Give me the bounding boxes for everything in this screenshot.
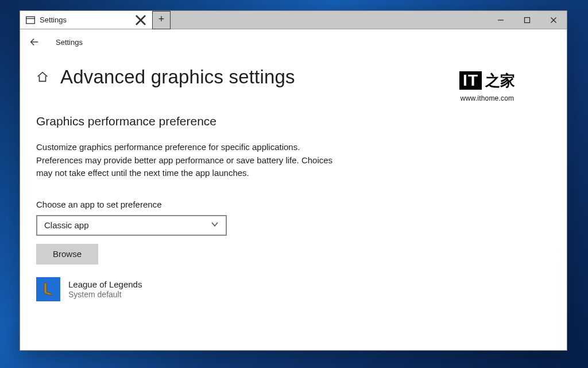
choose-app-label: Choose an app to set preference (36, 200, 551, 209)
section-heading: Graphics performance preference (36, 114, 551, 128)
chevron-down-icon (211, 220, 219, 230)
new-tab-button[interactable]: + (152, 11, 171, 29)
breadcrumb[interactable]: Settings (56, 38, 83, 47)
section-description: Customize graphics performance preferenc… (36, 141, 346, 180)
settings-window: Settings + Settings (20, 10, 567, 351)
browse-button[interactable]: Browse (36, 244, 98, 264)
svg-rect-5 (525, 18, 530, 23)
titlebar-tab[interactable]: Settings (20, 11, 152, 29)
app-item-text: League of Legends System default (68, 279, 142, 299)
watermark-url: www.ithome.com (459, 94, 515, 102)
svg-rect-0 (26, 17, 35, 24)
maximize-button[interactable] (514, 11, 540, 29)
app-type-select[interactable]: Classic app (36, 215, 227, 236)
page-title: Advanced graphics settings (60, 66, 295, 88)
settings-tab-icon (26, 16, 35, 25)
header-row: Settings (20, 29, 567, 55)
window-controls (488, 11, 567, 29)
app-list-item[interactable]: League of Legends System default (36, 277, 551, 301)
app-type-selected-value: Classic app (44, 220, 89, 230)
titlebar: Settings + (20, 11, 567, 29)
minimize-button[interactable] (488, 11, 514, 29)
tab-close-button[interactable] (135, 14, 146, 26)
plus-icon: + (158, 14, 165, 24)
app-name: League of Legends (68, 279, 142, 289)
back-button[interactable] (28, 36, 41, 48)
app-tile-icon (36, 277, 60, 301)
watermark: IT 之家 www.ithome.com (459, 71, 515, 102)
watermark-brand-zh: 之家 (485, 71, 515, 91)
tab-title: Settings (40, 16, 130, 24)
app-preference: System default (68, 290, 142, 299)
close-button[interactable] (540, 11, 567, 29)
watermark-brand-it: IT (459, 71, 482, 90)
home-icon[interactable] (36, 71, 49, 83)
